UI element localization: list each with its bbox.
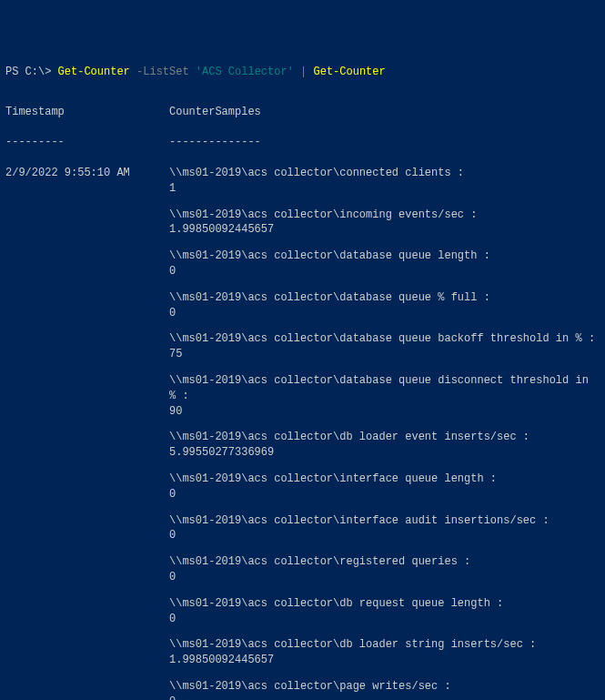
arg-string: 'ACS Collector' — [196, 66, 294, 78]
counter-path: \\ms01-2019\acs collector\connected clie… — [169, 166, 597, 181]
counter-path: \\ms01-2019\acs collector\registered que… — [169, 554, 597, 570]
counter-path: \\ms01-2019\acs collector\incoming event… — [169, 208, 597, 223]
counter-value: 0 — [169, 695, 597, 700]
counter-value: 1.99850092445657 — [169, 653, 597, 668]
counter-path: \\ms01-2019\acs collector\page writes/se… — [169, 679, 597, 695]
param-listset: -ListSet — [130, 66, 196, 78]
counter-path: \\ms01-2019\acs collector\db loader even… — [169, 430, 597, 445]
counter-value: 0 — [169, 264, 597, 279]
counter-sample: \\ms01-2019\acs collector\interface queu… — [169, 472, 597, 502]
counter-value: 0 — [169, 306, 597, 321]
header-timestamp: Timestamp — [5, 105, 169, 120]
counter-sample: \\ms01-2019\acs collector\db loader even… — [169, 430, 597, 461]
counter-path: \\ms01-2019\acs collector\database queue… — [169, 373, 597, 404]
ps-prompt: PS C:\> — [5, 66, 58, 78]
counter-value: 75 — [169, 347, 597, 362]
counter-sample: \\ms01-2019\acs collector\db loader stri… — [169, 637, 597, 668]
counter-sample: \\ms01-2019\acs collector\database queue… — [169, 373, 597, 419]
output-header: TimestampCounterSamples — [5, 105, 600, 120]
counter-path: \\ms01-2019\acs collector\database queue… — [169, 290, 597, 306]
counter-path: \\ms01-2019\acs collector\db loader stri… — [169, 637, 597, 653]
counter-value: 0 — [169, 487, 597, 502]
counter-sample: \\ms01-2019\acs collector\connected clie… — [169, 166, 597, 197]
counter-path: \\ms01-2019\acs collector\interface audi… — [169, 513, 597, 529]
counter-sample: \\ms01-2019\acs collector\interface audi… — [169, 513, 597, 544]
counter-value: 90 — [169, 404, 597, 420]
header-countersamples-div: -------------- — [169, 135, 261, 150]
cmdlet-getcounter-1: Get-Counter — [58, 66, 130, 78]
cmdlet-getcounter-2: Get-Counter — [313, 66, 385, 78]
counter-path: \\ms01-2019\acs collector\interface queu… — [169, 472, 597, 487]
counter-sample: \\ms01-2019\acs collector\database queue… — [169, 331, 597, 362]
counter-path: \\ms01-2019\acs collector\database queue… — [169, 249, 597, 264]
counter-sample: \\ms01-2019\acs collector\page writes/se… — [169, 679, 597, 700]
counter-sample: \\ms01-2019\acs collector\incoming event… — [169, 208, 597, 238]
counter-value: 1 — [169, 181, 597, 197]
counter-value: 1.99850092445657 — [169, 222, 597, 238]
counter-path: \\ms01-2019\acs collector\database queue… — [169, 331, 597, 347]
counter-sample: \\ms01-2019\acs collector\database queue… — [169, 249, 597, 279]
counter-value: 5.99550277336969 — [169, 445, 597, 461]
counter-sample: \\ms01-2019\acs collector\database queue… — [169, 290, 597, 321]
command-prompt-line: PS C:\> Get-Counter -ListSet 'ACS Collec… — [5, 65, 600, 80]
timestamp-value: 2/9/2022 9:55:10 AM — [5, 166, 169, 181]
counter-value: 0 — [169, 612, 597, 627]
output-header-divider: ----------------------- — [5, 135, 600, 150]
counter-value: 0 — [169, 528, 597, 543]
counter-sample: \\ms01-2019\acs collector\db request que… — [169, 596, 597, 627]
output-data-row: 2/9/2022 9:55:10 AM\\ms01-2019\acs colle… — [5, 166, 600, 700]
counter-samples-list: \\ms01-2019\acs collector\connected clie… — [169, 166, 597, 700]
counter-sample: \\ms01-2019\acs collector\registered que… — [169, 554, 597, 585]
counter-value: 0 — [169, 570, 597, 585]
counter-path: \\ms01-2019\acs collector\db request que… — [169, 596, 597, 612]
header-timestamp-div: --------- — [5, 135, 169, 150]
header-countersamples: CounterSamples — [169, 105, 261, 120]
